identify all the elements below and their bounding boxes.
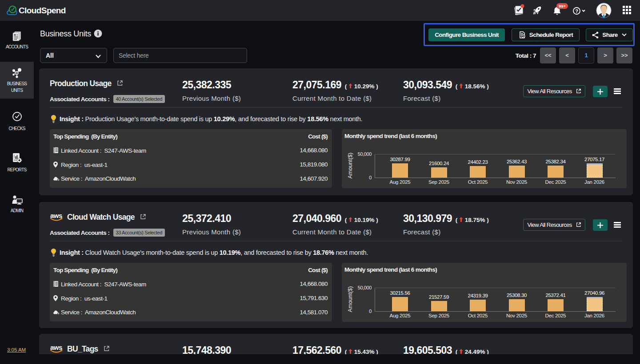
svg-text:aws: aws [50, 344, 62, 351]
svg-text:?: ? [575, 8, 578, 14]
svg-text:aws: aws [50, 212, 62, 219]
